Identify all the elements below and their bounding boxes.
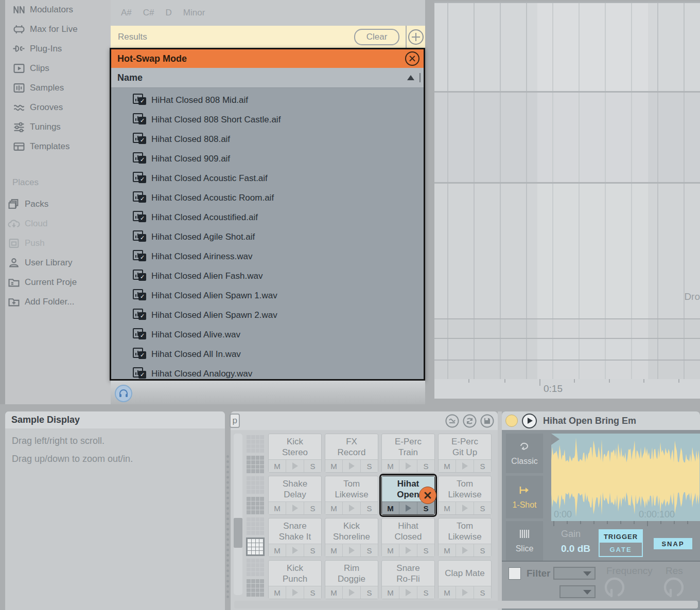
sample-list-item[interactable]: ✓Hihat Closed 909.aif [111,149,424,169]
preview-headphones-icon[interactable] [115,385,132,402]
pad-play-button[interactable] [342,502,361,514]
device-divider[interactable] [498,411,502,610]
sidebar-item-modulators[interactable]: Modulators [5,0,111,20]
pad-play-button[interactable] [456,502,474,514]
mute-button[interactable]: M [382,502,399,514]
device-on-toggle[interactable] [505,415,518,427]
mute-button[interactable]: M [382,586,399,599]
pad-play-button[interactable] [286,460,304,472]
pad-play-button[interactable] [342,544,361,557]
sidebar-item-clips[interactable]: Clips [5,59,111,78]
clear-filters-button[interactable]: Clear [354,29,399,45]
sample-list-item[interactable]: ✓Hihat Closed 808.aif [111,130,424,149]
pad-play-button[interactable] [399,544,417,557]
drum-pad-shake-delay[interactable]: ShakeDelayMS [268,476,322,515]
mute-button[interactable]: M [439,544,456,557]
drum-pad-snare-ro-fli[interactable]: SnareRo-FliMS [381,560,435,599]
pad-bank-page[interactable] [246,558,265,577]
sample-list-item[interactable]: ✓Hihat Closed Alien Spawn 2.wav [111,306,424,325]
mode-button-classic[interactable]: Classic [506,434,543,473]
sidebar-item-grooves[interactable]: Grooves [5,98,111,117]
drum-pad-kick-shoreline[interactable]: KickShorelineMS [325,518,378,557]
solo-button[interactable]: S [417,586,434,599]
mode-button-slice[interactable]: Slice [506,521,543,561]
sidebar-item-add-folder[interactable]: Add Folder... [0,292,106,312]
pad-bank-page[interactable] [246,435,265,453]
sidebar-item-packs[interactable]: Packs [0,194,106,214]
drum-pad-tom-likewise[interactable]: TomLikewiseMS [438,518,492,557]
snap-button[interactable]: SNAP [654,538,692,549]
sidebar-item-user-library[interactable]: User Library [0,253,106,273]
drum-pad-fx-record[interactable]: FXRecordMS [325,434,378,473]
panel-resize-handle[interactable] [226,455,229,598]
solo-button[interactable]: S [474,460,491,472]
filter-tag-d[interactable]: D [166,8,172,18]
mute-button[interactable]: M [325,586,342,599]
pad-play-button[interactable] [456,586,474,599]
solo-button[interactable]: S [361,544,378,557]
mute-button[interactable]: M [325,544,342,557]
sample-list-item[interactable]: ✓Hihat Closed Acoustified.aif [111,208,424,227]
sample-waveform[interactable]: 0:00 0:00:100 [551,434,700,521]
pad-bank-page[interactable] [246,579,265,597]
solo-button[interactable]: S [361,502,378,514]
trigger-button[interactable]: TRIGGER [600,530,642,543]
res-knob[interactable] [662,576,686,600]
pad-bank-page[interactable] [246,476,265,494]
gain-value[interactable]: 0.0 dB [561,543,590,554]
mute-button[interactable]: M [269,460,286,472]
sample-list-item[interactable]: ✓Hihat Closed Alive.wav [111,325,424,345]
device-view-scrollbar[interactable] [234,601,698,608]
mute-button[interactable]: M [439,586,456,599]
filter-slope-dropdown[interactable] [559,585,596,598]
pad-play-button[interactable] [399,502,417,514]
pad-bank-page[interactable] [246,496,265,515]
pad-scrollbar-thumb[interactable] [234,518,242,548]
drum-pad-e-perc-train[interactable]: E-PercTrainMS [381,434,435,473]
play-icon[interactable] [522,414,537,428]
mute-button[interactable]: M [439,460,456,472]
sample-start-marker[interactable] [551,434,559,445]
filter-tag-asharp[interactable]: A# [121,8,132,18]
drum-pad-hihat-closed[interactable]: HihatClosedMS [381,518,435,557]
pad-play-button[interactable] [399,586,417,599]
pad-play-button[interactable] [342,460,361,472]
solo-button[interactable]: S [304,586,321,599]
solo-button[interactable]: S [474,502,491,514]
drum-pad-tom-likewise[interactable]: TomLikewiseMS [325,476,378,515]
sidebar-item-samples[interactable]: Samples [5,78,111,98]
name-column-header[interactable]: Name [111,68,424,88]
mute-button[interactable]: M [325,460,342,472]
mute-button[interactable]: M [382,460,399,472]
sample-list-item[interactable]: ✓Hihat Closed Agile Shot.aif [111,227,424,247]
sidebar-item-templates[interactable]: Templates [5,137,111,156]
hot-swap-icon[interactable] [463,414,477,428]
mode-button-1-shot[interactable]: 1-Shot [506,476,543,518]
column-resize-handle[interactable] [419,73,421,82]
gate-button[interactable]: GATE [600,543,642,556]
pad-play-button[interactable] [286,586,304,599]
drum-pad-rim-doggie[interactable]: RimDoggieMS [325,560,378,599]
drum-pad-kick-punch[interactable]: KickPunchMS [268,560,322,599]
hot-swap-cancel-icon[interactable] [419,487,436,504]
solo-button[interactable]: S [304,502,321,514]
filter-type-dropdown[interactable] [553,567,596,580]
mute-button[interactable]: M [439,502,456,514]
sample-list-item[interactable]: ✓Hihat Closed Acoustic Fast.aif [111,169,424,188]
solo-button[interactable]: S [417,544,434,557]
mute-button[interactable]: M [325,502,342,514]
auto-select-icon[interactable] [445,414,459,428]
time-ruler[interactable]: 0:15 [434,379,700,399]
solo-button[interactable]: S [474,544,491,557]
sample-list-item[interactable]: ✓Hihat Closed 808 Short Castle.aif [111,110,424,130]
pad-bank-overview[interactable] [246,435,266,599]
solo-button[interactable]: S [474,586,491,599]
pad-play-button[interactable] [456,544,474,557]
close-icon[interactable] [405,51,419,66]
pad-bank-page[interactable] [246,517,265,535]
sample-list-item[interactable]: ✓Hihat Closed All In.wav [111,345,424,364]
sample-list-item[interactable]: ✓Hihat Closed Acoustic Room.aif [111,188,424,208]
filter-tag-csharp[interactable]: C# [143,8,154,18]
mute-button[interactable]: M [269,544,286,557]
solo-button[interactable]: S [361,460,378,472]
